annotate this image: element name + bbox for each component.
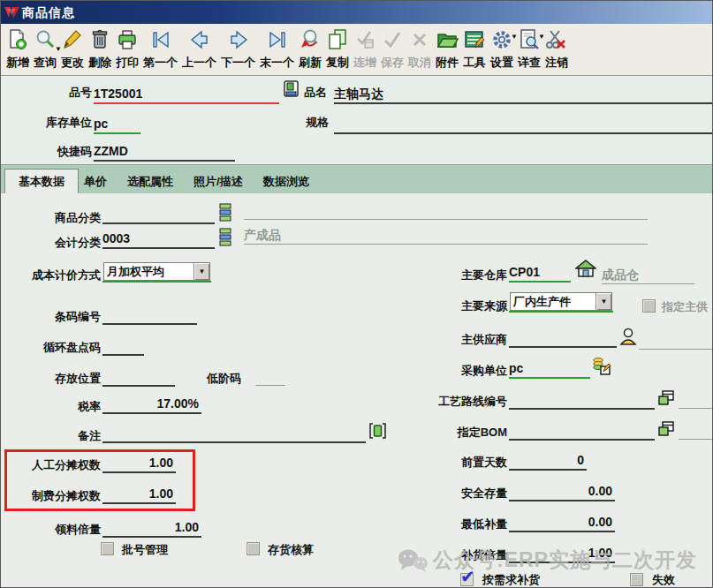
acct-category-label: 会计分类 <box>10 235 101 251</box>
bom-name-field <box>679 422 713 440</box>
toolbar-logout-button[interactable]: 注销 <box>543 26 570 75</box>
category-input[interactable] <box>102 206 215 224</box>
item-name-input[interactable]: 主轴马达 <box>334 86 712 104</box>
designate-supplier-label: 指定主供 <box>662 299 708 315</box>
magnifier-icon <box>34 26 57 53</box>
toolbar-cancel-label: 取消 <box>408 53 431 72</box>
designate-supplier-checkbox[interactable] <box>642 299 656 313</box>
toolbar: 新增查询▼更改删除打印第一个上一个下一个末一个刷新复制连增保存取消附件工具设置▼… <box>1 24 712 76</box>
tab-unit-price[interactable]: 单价 <box>84 174 107 190</box>
toolbar-new-label: 新增 <box>6 53 29 72</box>
quick-code-label: 快捷码 <box>10 144 92 160</box>
storage-location-input[interactable] <box>102 368 175 387</box>
spec-input[interactable] <box>334 116 712 134</box>
toolbar-copy-button[interactable]: 复制 <box>324 26 351 75</box>
scissors-icon <box>545 26 568 53</box>
cancel-x-icon <box>408 26 431 53</box>
inventory-acct-checkbox[interactable] <box>247 542 260 555</box>
tab-photo-description[interactable]: 照片/描述 <box>193 174 243 190</box>
toolbar-attachment-button[interactable]: 附件 <box>434 26 460 75</box>
tools-icon <box>463 26 486 53</box>
toolbar-prev-button[interactable]: 上一个 <box>180 26 218 75</box>
item-name-lookup-icon[interactable] <box>283 79 300 100</box>
tab-data-browse[interactable]: 数据浏览 <box>263 174 309 190</box>
replenish-multiple-input[interactable]: 1.00 <box>509 545 615 563</box>
warehouse-name-field: 成品仓 <box>602 267 694 284</box>
replenish-multiple-label: 补货倍量 <box>372 547 507 563</box>
trash-icon <box>88 26 111 53</box>
safety-stock-label: 安全存量 <box>372 486 507 501</box>
purchase-unit-input[interactable]: pc <box>509 360 590 379</box>
cost-method-select[interactable]: 月加权平均 ▼ <box>103 262 210 281</box>
barcode-input[interactable] <box>102 306 197 325</box>
tax-rate-input[interactable]: 17.00% <box>102 396 201 414</box>
purchase-unit-label: 采购单位 <box>372 363 507 379</box>
routing-no-input[interactable] <box>509 391 655 410</box>
save-check-icon <box>381 26 404 53</box>
toolbar-last-button[interactable]: 末一个 <box>258 26 296 75</box>
low-level-code-label: 低阶码 <box>207 371 241 387</box>
safety-stock-input[interactable]: 0.00 <box>509 483 615 501</box>
routing-name-field <box>679 391 713 409</box>
toolbar-first-label: 第一个 <box>143 53 178 72</box>
stock-unit-label: 库存单位 <box>10 115 92 131</box>
remark-label: 备注 <box>10 428 101 444</box>
toolbar-next-button[interactable]: 下一个 <box>219 26 257 75</box>
toolbar-tools-button[interactable]: 工具 <box>461 26 488 75</box>
toolbar-detail-label: 详查 <box>518 53 541 72</box>
append-check-icon <box>353 26 376 53</box>
demand-replenish-label: 按需求补货 <box>482 572 540 588</box>
acct-category-input[interactable]: 0003 <box>102 230 215 249</box>
material-multiple-label: 领料倍量 <box>10 522 101 538</box>
cost-method-label: 成本计价方式 <box>10 268 101 283</box>
inactive-checkbox[interactable] <box>630 573 643 586</box>
category-browse-icon[interactable] <box>218 203 232 222</box>
item-name-label: 品名 <box>304 85 327 101</box>
remark-input[interactable] <box>102 425 366 443</box>
toolbar-print-button[interactable]: 打印 <box>114 26 140 75</box>
cost-method-dropdown-icon[interactable]: ▼ <box>193 263 209 280</box>
toolbar-settings-button[interactable]: 设置▼ <box>489 26 515 75</box>
tab-strip: 基本数据单价选配属性照片/描述数据浏览 <box>1 164 712 194</box>
lead-days-input[interactable]: 0 <box>509 452 587 471</box>
cycle-count-input[interactable] <box>102 337 144 356</box>
toolbar-new-button[interactable]: 新增 <box>4 26 31 75</box>
toolbar-edit-button[interactable]: 更改 <box>59 26 86 75</box>
main-source-underline <box>509 311 613 313</box>
item-no-input[interactable]: 1T25001 <box>94 86 279 104</box>
min-replenish-input[interactable]: 0.00 <box>509 514 615 532</box>
toolbar-delete-button[interactable]: 删除 <box>87 26 113 75</box>
material-multiple-input[interactable]: 1.00 <box>102 519 201 538</box>
acct-category-browse-icon[interactable] <box>218 228 232 246</box>
acct-category-name-field: 产成品 <box>244 227 648 245</box>
toolbar-next-label: 下一个 <box>221 53 255 72</box>
bom-browse-icon[interactable] <box>656 420 676 438</box>
tab-optional-attributes[interactable]: 选配属性 <box>127 174 173 190</box>
quick-code-input[interactable]: ZZMD <box>94 143 235 162</box>
batch-mgmt-checkbox[interactable] <box>101 542 114 555</box>
toolbar-detail-button[interactable]: 详查▼ <box>516 26 542 75</box>
toolbar-refresh-button[interactable]: 刷新 <box>297 26 323 75</box>
main-warehouse-input[interactable]: CP01 <box>509 264 571 283</box>
storage-location-label: 存放位置 <box>10 371 101 387</box>
tab-basic-data[interactable]: 基本数据 <box>4 169 79 194</box>
supplier-browse-icon[interactable] <box>618 327 638 346</box>
toolbar-print-label: 打印 <box>116 53 139 72</box>
toolbar-query-label: 查询 <box>34 53 57 72</box>
toolbar-query-button[interactable]: 查询▼ <box>32 26 58 75</box>
main-source-dropdown-icon[interactable]: ▼ <box>595 293 611 310</box>
product-info-window: 商品信息 新增查询▼更改删除打印第一个上一个下一个末一个刷新复制连增保存取消附件… <box>0 0 713 588</box>
main-supplier-input[interactable] <box>509 329 617 348</box>
nav-last-icon <box>266 26 289 53</box>
toolbar-logout-label: 注销 <box>545 53 568 72</box>
printer-icon <box>116 26 139 53</box>
warehouse-browse-icon[interactable] <box>575 260 596 279</box>
folder-icon <box>436 26 459 53</box>
toolbar-first-button[interactable]: 第一个 <box>141 26 179 75</box>
routing-browse-icon[interactable] <box>656 389 676 407</box>
demand-replenish-checkbox[interactable] <box>460 573 474 586</box>
unit-edit-icon[interactable] <box>592 356 611 376</box>
main-source-select[interactable]: 厂内生产件 ▼ <box>510 292 612 311</box>
stock-unit-input[interactable]: pc <box>94 116 140 134</box>
bom-input[interactable] <box>509 422 655 441</box>
